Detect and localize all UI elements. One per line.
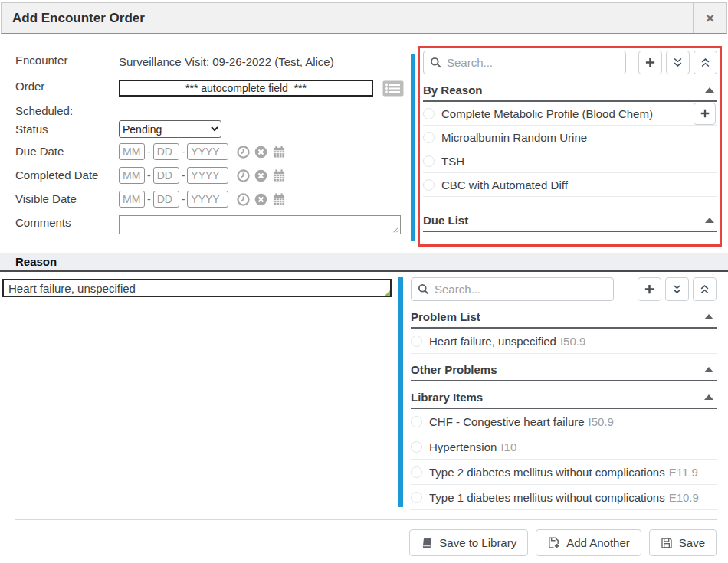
date-separator: -	[182, 146, 185, 158]
diagnosis-code: I50.9	[589, 415, 614, 428]
order-picker-add-button[interactable]	[638, 51, 662, 74]
status-label: Status	[15, 123, 48, 136]
visible-date-month-input[interactable]	[119, 191, 145, 208]
order-option-row[interactable]: Microalbumin Random Urine	[423, 126, 717, 149]
order-picker-search-input[interactable]	[447, 56, 619, 69]
section-title: Library Items	[411, 391, 483, 404]
due-date-calendar-icon[interactable]	[272, 146, 286, 159]
completed-date-month-input[interactable]	[119, 167, 145, 184]
completed-date-year-input[interactable]	[187, 167, 228, 184]
double-chevron-down-icon	[671, 283, 683, 295]
order-picker-panel: By Reason Complete Metabolic Profile (Bl…	[423, 51, 717, 232]
comments-label: Comments	[15, 216, 71, 229]
plus-icon	[644, 57, 656, 68]
visible-date-label: Visible Date	[15, 192, 77, 205]
visible-date-clear-icon[interactable]	[254, 193, 267, 206]
comments-textarea[interactable]	[119, 215, 401, 234]
radio-icon[interactable]	[411, 492, 422, 503]
reason-picker-search-input[interactable]	[435, 283, 607, 296]
reason-option-row[interactable]: Heart failure, unspecified I50.9	[411, 329, 717, 354]
due-date-label: Due Date	[15, 145, 64, 158]
date-separator: -	[182, 169, 185, 182]
plus-icon	[700, 108, 710, 119]
due-date-month-input[interactable]	[119, 143, 145, 160]
visible-date-day-input[interactable]	[153, 191, 179, 208]
due-date-year-input[interactable]	[187, 143, 228, 160]
order-autocomplete-input[interactable]	[119, 80, 373, 97]
section-header-library-items[interactable]: Library Items	[411, 386, 717, 409]
section-header-other-problems[interactable]: Other Problems	[411, 358, 717, 381]
save-icon	[661, 537, 673, 549]
due-date-clear-icon[interactable]	[254, 146, 267, 159]
reason-option-row[interactable]: CHF - Congestive heart failure I50.9	[411, 409, 717, 434]
save-plus-icon	[547, 536, 560, 549]
close-button[interactable]: ×	[693, 3, 726, 33]
order-option-row[interactable]: TSH	[423, 149, 717, 173]
status-select[interactable]: Pending	[119, 120, 221, 138]
section-title: By Reason	[423, 83, 483, 97]
reason-picker-collapse-all-button[interactable]	[693, 277, 717, 301]
order-picker-search-box[interactable]	[423, 51, 626, 74]
date-separator: -	[147, 146, 151, 158]
collapse-caret-icon	[704, 314, 713, 319]
reason-section-title: Reason	[0, 255, 57, 268]
reason-picker-expand-all-button[interactable]	[665, 277, 689, 301]
radio-icon[interactable]	[423, 179, 435, 191]
order-option-label: TSH	[441, 155, 464, 168]
reason-option-row[interactable]: Type 2 diabetes mellitus without complic…	[411, 460, 717, 485]
section-title: Other Problems	[411, 363, 497, 376]
radio-icon[interactable]	[411, 466, 422, 478]
radio-icon[interactable]	[423, 108, 435, 119]
order-picker-collapse-all-button[interactable]	[694, 51, 717, 74]
reason-option-label: Type 1 diabetes mellitus without complic…	[429, 491, 665, 504]
order-option-row[interactable]: CBC with Automated Diff	[423, 173, 717, 197]
search-icon	[430, 57, 441, 68]
reason-option-label: CHF - Congestive heart failure	[429, 415, 585, 428]
order-option-row[interactable]: Complete Metabolic Profile (Blood Chem)	[423, 102, 717, 126]
completed-date-clear-icon[interactable]	[254, 169, 267, 182]
section-header-due-list[interactable]: Due List	[423, 209, 717, 232]
add-another-button[interactable]: Add Another	[536, 529, 641, 556]
order-picker-expand-all-button[interactable]	[666, 51, 690, 74]
reason-option-row[interactable]: Type 1 diabetes mellitus without complic…	[411, 485, 717, 510]
completed-date-calendar-icon[interactable]	[272, 169, 286, 182]
completed-date-clock-icon[interactable]	[237, 169, 250, 182]
section-header-by-reason[interactable]: By Reason	[423, 79, 717, 102]
radio-icon[interactable]	[423, 155, 435, 167]
dialog-title: Add Encounter Order	[2, 11, 145, 26]
due-date-day-input[interactable]	[153, 143, 179, 160]
collapse-caret-icon	[704, 394, 713, 400]
due-date-row: --	[119, 143, 286, 160]
radio-icon[interactable]	[411, 441, 422, 453]
section-title: Due List	[423, 214, 468, 227]
reason-input[interactable]	[2, 279, 392, 297]
order-browse-list-icon[interactable]	[382, 80, 404, 100]
diagnosis-code: E10.9	[669, 491, 699, 504]
save-to-library-button[interactable]: Save to Library	[409, 529, 528, 556]
diagnosis-code: I50.9	[560, 335, 585, 348]
radio-icon[interactable]	[411, 336, 422, 347]
save-to-library-label: Save to Library	[439, 536, 516, 549]
visible-date-calendar-icon[interactable]	[272, 193, 286, 206]
reason-picker-search-box[interactable]	[411, 277, 614, 301]
dialog-titlebar: Add Encounter Order ×	[1, 2, 727, 34]
radio-icon[interactable]	[423, 132, 435, 143]
reason-option-row[interactable]: Hypertension I10	[411, 434, 717, 460]
diagnosis-code: E11.9	[669, 466, 698, 479]
diagnosis-code: I10	[500, 440, 516, 453]
due-date-clock-icon[interactable]	[237, 146, 250, 159]
visible-date-year-input[interactable]	[187, 191, 228, 208]
reason-section-bar: Reason	[0, 253, 728, 272]
reason-picker-add-button[interactable]	[638, 277, 661, 301]
save-button[interactable]: Save	[649, 529, 717, 556]
order-option-add-button[interactable]	[694, 103, 716, 125]
radio-icon[interactable]	[411, 416, 422, 427]
completed-date-day-input[interactable]	[153, 167, 179, 184]
section-header-problem-list[interactable]: Problem List	[411, 306, 717, 329]
date-separator: -	[147, 193, 151, 205]
reason-option-label: Type 2 diabetes mellitus without complic…	[429, 466, 665, 479]
reason-picker-search-row	[411, 277, 717, 301]
reason-picker-panel: Problem List Heart failure, unspecified …	[411, 277, 717, 510]
visible-date-clock-icon[interactable]	[237, 193, 250, 206]
collapse-caret-icon	[705, 87, 714, 93]
